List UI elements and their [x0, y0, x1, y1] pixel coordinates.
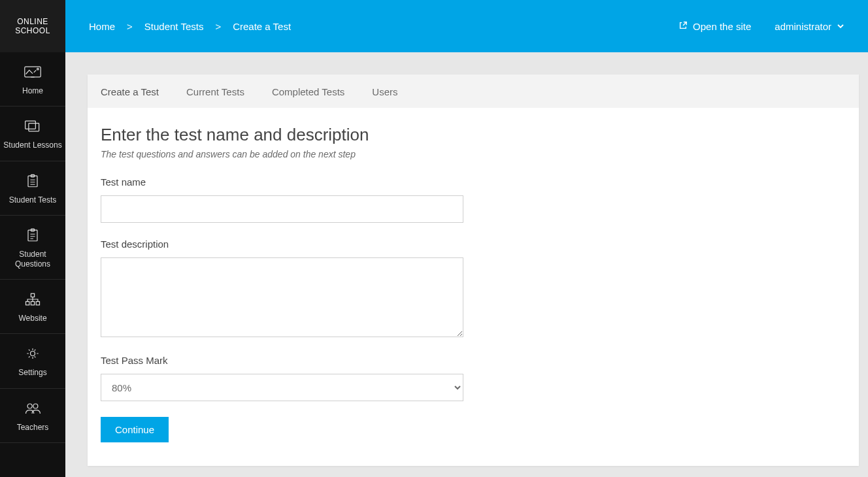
sidebar-item-student-tests[interactable]: Student Tests: [0, 161, 65, 216]
questions-icon: [24, 227, 42, 245]
breadcrumb-sep: >: [127, 21, 133, 32]
breadcrumb-home[interactable]: Home: [89, 21, 115, 32]
breadcrumb-sep: >: [215, 21, 221, 32]
sidebar-item-settings[interactable]: Settings: [0, 334, 65, 388]
test-name-label: Test name: [101, 176, 552, 188]
sidebar-item-label: Home: [22, 86, 43, 95]
svg-point-13: [27, 404, 32, 408]
tab-create-test[interactable]: Create a Test: [101, 86, 159, 97]
user-menu[interactable]: administrator: [775, 21, 844, 32]
sidebar-item-label: Settings: [18, 368, 46, 377]
svg-point-14: [33, 404, 38, 408]
brand-logo: ONLINE SCHOOL: [0, 0, 65, 52]
sidebar-item-home[interactable]: Home: [0, 52, 65, 107]
topbar: Home > Student Tests > Create a Test Ope…: [65, 0, 868, 52]
website-icon: [24, 291, 42, 309]
svg-rect-2: [25, 122, 36, 129]
sidebar-item-label: Teachers: [17, 423, 49, 432]
sidebar-item-teachers[interactable]: Teachers: [0, 389, 65, 443]
continue-button[interactable]: Continue: [101, 417, 169, 442]
sidebar-item-student-lessons[interactable]: Student Lessons: [0, 107, 65, 161]
open-site-label: Open the site: [693, 21, 751, 32]
svg-rect-3: [29, 123, 39, 131]
page-subtitle: The test questions and answers can be ad…: [101, 149, 552, 159]
main-panel: Create a Test Current Tests Completed Te…: [88, 74, 859, 466]
breadcrumb-current: Create a Test: [233, 21, 291, 32]
breadcrumb-tests[interactable]: Student Tests: [144, 21, 204, 32]
tab-users[interactable]: Users: [372, 86, 397, 97]
external-link-icon: [678, 21, 688, 32]
home-icon: [24, 64, 42, 82]
tests-icon: [24, 173, 42, 191]
sidebar-item-label: Student Lessons: [3, 140, 61, 150]
sidebar-item-label: Student Questions: [3, 250, 63, 269]
breadcrumb: Home > Student Tests > Create a Test: [89, 21, 291, 32]
sidebar-item-website[interactable]: Website: [0, 280, 65, 334]
svg-rect-8: [31, 293, 34, 297]
test-description-input[interactable]: [101, 257, 463, 337]
sidebar-item-student-questions[interactable]: Student Questions: [0, 216, 65, 280]
brand-line1: ONLINE: [15, 17, 50, 26]
test-description-label: Test description: [101, 238, 552, 250]
svg-rect-9: [26, 301, 29, 304]
svg-rect-6: [28, 230, 37, 241]
svg-rect-11: [36, 301, 39, 304]
test-name-input[interactable]: [101, 195, 463, 223]
pass-mark-select[interactable]: 80%: [101, 374, 463, 401]
teachers-icon: [24, 401, 42, 418]
svg-point-1: [37, 68, 39, 70]
user-name: administrator: [775, 21, 831, 32]
pass-mark-label: Test Pass Mark: [101, 355, 552, 366]
page-title: Enter the test name and description: [101, 125, 552, 145]
sidebar-item-label: Website: [18, 314, 46, 323]
svg-point-12: [31, 352, 35, 356]
lessons-icon: [24, 118, 42, 136]
tab-current-tests[interactable]: Current Tests: [186, 86, 244, 97]
gear-icon: [24, 346, 42, 363]
brand-line2: SCHOOL: [15, 26, 50, 35]
open-site-link[interactable]: Open the site: [678, 21, 751, 32]
tab-bar: Create a Test Current Tests Completed Te…: [88, 74, 859, 108]
svg-rect-4: [28, 176, 37, 187]
sidebar-item-label: Student Tests: [9, 195, 57, 205]
tab-completed-tests[interactable]: Completed Tests: [272, 86, 344, 97]
svg-rect-10: [31, 301, 34, 304]
sidebar: ONLINE SCHOOL Home Student Lessons Stude…: [0, 0, 65, 477]
chevron-down-icon: [837, 21, 844, 32]
